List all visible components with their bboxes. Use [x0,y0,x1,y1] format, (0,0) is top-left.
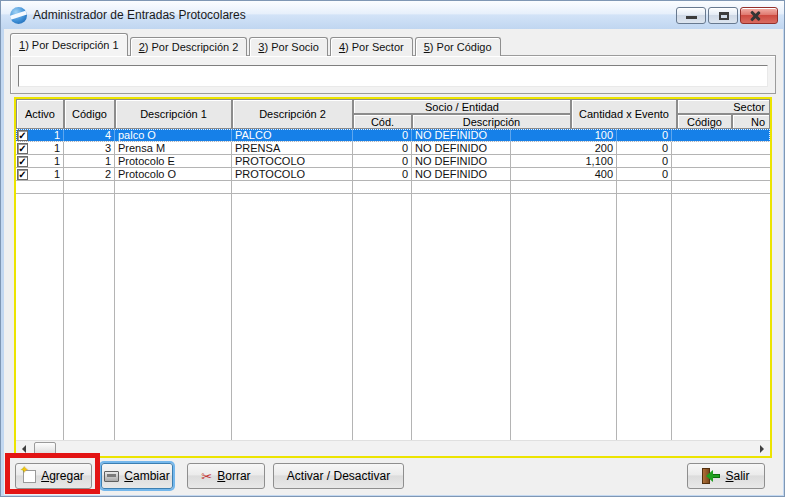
cell-descripcion-2: PALCO [232,129,353,142]
cell-cantidad: 200 [511,142,617,155]
active-checkbox[interactable]: ✓ [17,156,28,167]
grid-body-rows: ✓ 1 4 palco O PALCO 0 NO DEFINIDO 100 0 … [16,129,770,181]
scroll-left-icon[interactable] [16,441,32,456]
exit-door-icon [702,468,720,484]
col-group-sector: Sector Código No [677,99,770,129]
salir-button[interactable]: Salir [687,463,765,489]
cell-sector-no [672,142,770,155]
filter-input[interactable] [18,65,768,87]
tab-page [10,55,776,94]
col-header-socio-entidad[interactable]: Socio / Entidad [353,99,571,114]
grid-body: ✓ 1 4 palco O PALCO 0 NO DEFINIDO 100 0 … [16,129,770,456]
cell-socio-cod: 0 [353,168,412,181]
borrar-button[interactable]: ✂ Borrar [187,463,265,489]
cell-descripcion-2: PRENSA [232,142,353,155]
cell-cantidad: 1,100 [511,155,617,168]
cell-socio-descripcion: NO DEFINIDO [412,142,511,155]
tab-por-descripcion-1[interactable]: 1) Por Descripción 1 [10,33,128,56]
edit-icon [104,471,119,482]
cell-sector-codigo: 0 [617,142,672,155]
tab-strip: 1) Por Descripción 1 2) Por Descripción … [10,33,503,56]
agregar-button[interactable]: Agregar [15,463,92,489]
col-header-cantidad-x-evento[interactable]: Cantidad x Evento [571,99,677,129]
cell-socio-cod: 0 [353,129,412,142]
scroll-right-icon[interactable] [754,441,770,456]
col-header-activo[interactable]: Activo [16,99,64,129]
horizontal-scrollbar[interactable] [16,440,770,456]
tab-por-descripcion-2[interactable]: 2) Por Descripción 2 [130,37,248,56]
cell-descripcion-1: Protocolo E [115,155,232,168]
cambiar-button[interactable]: Cambiar [101,463,173,489]
col-header-sector-codigo[interactable]: Código [677,114,732,129]
col-header-socio-descripcion[interactable]: Descripción [412,114,571,129]
dialog-body: 1) Por Descripción 1 2) Por Descripción … [4,29,783,495]
app-window: Administrador de Entradas Protocolares 1… [0,0,785,497]
scissors-icon: ✂ [201,470,212,483]
col-header-socio-cod[interactable]: Cód. [353,114,412,129]
col-header-descripcion-1[interactable]: Descripción 1 [115,99,232,129]
col-header-sector-no[interactable]: No [732,114,770,129]
table-row[interactable]: ✓ 1 1 Protocolo E PROTOCOLO 0 NO DEFINID… [16,155,770,168]
tab-por-sector[interactable]: 4) Por Sector [330,37,413,56]
table-row[interactable]: ✓ 1 2 Protocolo O PROTOCOLO 0 NO DEFINID… [16,168,770,181]
maximize-button[interactable] [708,7,738,24]
maximize-icon [719,12,729,20]
tab-por-socio[interactable]: 3) Por Socio [249,37,328,56]
cell-codigo: 3 [64,142,115,155]
table-row[interactable]: ✓ 1 4 palco O PALCO 0 NO DEFINIDO 100 0 [16,129,770,142]
active-checkbox[interactable]: ✓ [17,143,28,154]
cell-codigo: 2 [64,168,115,181]
cell-socio-descripcion: NO DEFINIDO [412,155,511,168]
cell-cantidad: 100 [511,129,617,142]
minimize-button[interactable] [676,7,706,24]
entries-grid: Activo Código Descripción 1 Descripción … [14,97,772,458]
window-title: Administrador de Entradas Protocolares [33,8,246,22]
cell-sector-codigo: 0 [617,168,672,181]
cell-descripcion-1: Protocolo O [115,168,232,181]
active-checkbox[interactable]: ✓ [17,130,28,141]
cell-socio-descripcion: NO DEFINIDO [412,129,511,142]
table-row[interactable]: ✓ 1 3 Prensa M PRENSA 0 NO DEFINIDO 200 … [16,142,770,155]
titlebar: Administrador de Entradas Protocolares [1,1,784,29]
scrollbar-thumb[interactable] [34,442,56,455]
activar-desactivar-button[interactable]: Activar / Desactivar [273,463,404,489]
grid-filler-gridlines [16,194,770,440]
cell-sector-no [672,155,770,168]
cell-codigo: 1 [64,155,115,168]
cell-socio-cod: 0 [353,142,412,155]
app-sphere-icon [10,7,27,24]
cell-descripcion-1: palco O [115,129,232,142]
window-controls [676,7,778,24]
cell-descripcion-1: Prensa M [115,142,232,155]
new-item-icon [23,470,36,483]
cell-socio-descripcion: NO DEFINIDO [412,168,511,181]
col-header-sector[interactable]: Sector [677,99,770,114]
cell-codigo: 4 [64,129,115,142]
active-checkbox[interactable]: ✓ [17,169,28,180]
minimize-icon [686,16,697,19]
cell-cantidad: 400 [511,168,617,181]
col-header-codigo[interactable]: Código [64,99,115,129]
cell-sector-codigo: 0 [617,129,672,142]
cell-descripcion-2: PROTOCOLO [232,155,353,168]
cell-descripcion-2: PROTOCOLO [232,168,353,181]
cell-sector-codigo: 0 [617,155,672,168]
close-button[interactable] [740,7,778,24]
col-group-socio-entidad: Socio / Entidad Cód. Descripción [353,99,571,129]
cell-sector-no [672,168,770,181]
grid-empty-row [16,181,770,194]
tab-por-codigo[interactable]: 5) Por Código [415,37,501,56]
cell-socio-cod: 0 [353,155,412,168]
grid-header: Activo Código Descripción 1 Descripción … [16,99,770,129]
col-header-descripcion-2[interactable]: Descripción 2 [232,99,353,129]
cell-sector-no [672,129,770,142]
